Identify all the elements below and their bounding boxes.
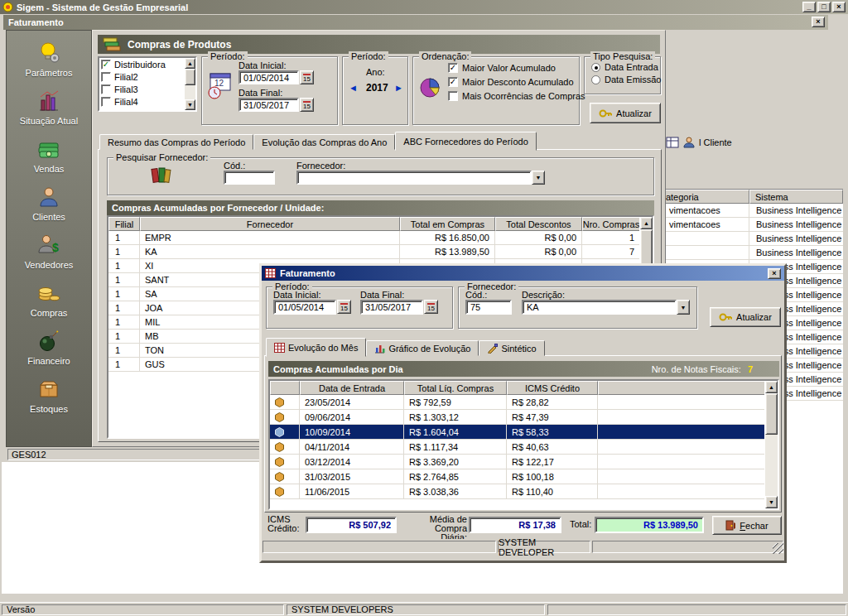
descricao-combo[interactable]: ▼ — [522, 300, 690, 315]
calendar-picker-button[interactable]: 15 — [337, 300, 351, 314]
scroll-down-icon[interactable]: ▼ — [185, 99, 195, 110]
maximize-icon[interactable]: □ — [817, 2, 831, 12]
scroll-down-icon[interactable]: ▼ — [765, 496, 778, 508]
scroll-up-icon[interactable]: ▲ — [640, 217, 653, 229]
checkbox-unchecked-icon[interactable] — [101, 84, 111, 94]
column-header-total-descontos[interactable]: Total Descontos — [495, 217, 582, 231]
table-row[interactable]: 10/09/2014R$ 1.604,04R$ 58,33 — [270, 425, 778, 440]
sidebar-item-financeiro[interactable]: Financeiro — [7, 329, 91, 366]
notas-value: 7 — [748, 364, 753, 374]
descricao-combo-input[interactable] — [522, 300, 677, 315]
column-header-nro-compras[interactable]: Nro. Compras — [582, 217, 640, 231]
minimize-icon[interactable]: _ — [802, 2, 816, 12]
periodo-ano-group: Período: Ano: ◄ 2017 ► — [342, 56, 408, 125]
fechar-button[interactable]: Fechar — [712, 516, 782, 535]
tab-evolucao-do-mes[interactable]: Evolução do Mês — [266, 338, 366, 357]
branch-option-filial3[interactable]: Filial3 — [99, 83, 195, 95]
table-row[interactable]: 09/06/2014R$ 1.303,12R$ 47,39 — [270, 410, 778, 425]
books-icon[interactable] — [151, 164, 172, 184]
tab-abc-fornecedores-do-periodo[interactable]: ABC Fornecedores do Período — [395, 132, 536, 151]
ordenacao-option-maior-valor-acumulado[interactable]: ✓Maior Valor Acumulado — [448, 63, 556, 73]
atualizar-button[interactable]: Atualizar — [710, 307, 781, 327]
column-header-icms-credito[interactable]: ICMS Crédito — [507, 381, 598, 395]
atualizar-button[interactable]: Atualizar — [590, 103, 661, 123]
tab-evolucao-das-compras-do-ano[interactable]: Evolução das Compras do Ano — [253, 134, 395, 150]
data-inicial-field[interactable] — [273, 300, 336, 315]
cod-field[interactable] — [224, 171, 275, 185]
checkbox-checked-icon[interactable]: ✓ — [448, 77, 458, 87]
table-row[interactable]: 23/05/2014R$ 792,59R$ 28,82 — [270, 395, 778, 410]
sidebar-item-estoques[interactable]: Estoques — [7, 377, 91, 414]
radio-selected-icon[interactable] — [591, 63, 600, 72]
resize-grip[interactable] — [773, 543, 783, 554]
sidebar-item-vendedores[interactable]: $Vendedores — [7, 233, 91, 270]
fornecedor-combo[interactable]: ▼ — [296, 171, 545, 185]
cell-bullet — [270, 469, 300, 484]
sidebar-item-situacao-atual[interactable]: Situação Atual — [7, 89, 91, 126]
fornecedor-combo-input[interactable] — [296, 171, 532, 185]
tipo-option-data-entrada[interactable]: Data Entrada — [591, 62, 658, 72]
previous-year-arrow-icon[interactable]: ◄ — [349, 83, 358, 93]
scroll-thumb[interactable] — [185, 69, 195, 85]
table-row[interactable]: 1KAR$ 13.989,50R$ 0,007 — [108, 245, 653, 259]
calendar-picker-button[interactable]: 15 — [300, 70, 314, 84]
checkbox-checked-icon[interactable]: ✓ — [448, 63, 458, 73]
data-inicial-field[interactable] — [238, 70, 299, 84]
branch-option-distribuidora[interactable]: ✓Distribuidora — [99, 58, 195, 70]
media-diaria-field[interactable] — [469, 517, 561, 533]
tab-resumo-das-compras-do-periodo[interactable]: Resumo das Compras do Período — [99, 134, 253, 150]
table-row[interactable]: 04/11/2014R$ 1.117,34R$ 40,63 — [270, 440, 778, 455]
scroll-up-icon[interactable]: ▲ — [765, 381, 778, 393]
column-header-total-em-compras[interactable]: Total em Compras — [400, 217, 495, 231]
data-final-field[interactable] — [238, 98, 299, 112]
calendar-picker-button[interactable]: 15 — [424, 300, 438, 314]
cod-field[interactable] — [465, 300, 512, 315]
main-window-title: Sigem - Sistema de Gestão Empresarial — [17, 2, 188, 12]
branch-option-filial4[interactable]: Filial4 — [99, 95, 195, 108]
column-header-data-de-entrada[interactable]: Data de Entrada — [300, 381, 404, 395]
cell: R$ 100,18 — [507, 469, 598, 484]
radio-icon[interactable] — [591, 75, 600, 84]
branch-option-filial2[interactable]: Filial2 — [99, 70, 195, 83]
icms-credito-field[interactable] — [306, 517, 397, 533]
tipo-option-data-emissao[interactable]: Data Emissão — [591, 75, 661, 84]
dia-grid-scrollbar[interactable]: ▲ ▼ — [764, 381, 778, 508]
checkbox-checked-icon[interactable]: ✓ — [101, 60, 111, 70]
close-icon[interactable]: × — [832, 2, 846, 12]
scroll-up-icon[interactable]: ▲ — [185, 58, 195, 69]
cell: 09/06/2014 — [300, 410, 404, 424]
close-icon[interactable]: × — [812, 17, 825, 27]
tab-grafico-de-evolucao[interactable]: Gráfico de Evolução — [366, 340, 479, 356]
total-field[interactable] — [595, 517, 704, 533]
checkbox-unchecked-icon[interactable] — [101, 72, 111, 82]
table-row[interactable]: 31/03/2015R$ 2.764,85R$ 100,18 — [270, 469, 778, 484]
scroll-thumb[interactable] — [765, 393, 778, 435]
table-row[interactable]: 03/12/2014R$ 3.369,20R$ 122,17 — [270, 455, 778, 469]
chevron-down-icon[interactable]: ▼ — [677, 300, 690, 315]
data-final-field[interactable] — [360, 300, 423, 315]
ordenacao-option-mais-ocorrencias-de-compras[interactable]: Mais Ocorrências de Compras — [448, 91, 585, 101]
checkbox-unchecked-icon[interactable] — [101, 97, 111, 107]
column-header-fornecedor[interactable]: Fornecedor — [140, 217, 400, 231]
table-row[interactable]: 11/06/2015R$ 3.038,36R$ 110,40 — [270, 484, 778, 499]
sidebar-item-parametros[interactable]: Parâmetros — [7, 41, 91, 78]
cell — [598, 395, 778, 409]
next-year-arrow-icon[interactable]: ► — [394, 83, 403, 93]
column-header-total-liq-compras[interactable]: Total Líq. Compras — [404, 381, 507, 395]
sidebar-item-compras[interactable]: Compras — [7, 281, 91, 318]
sidebar-item-vendas[interactable]: Vendas — [7, 137, 91, 174]
column-header-filler — [598, 381, 778, 395]
checkbox-unchecked-icon[interactable] — [448, 91, 458, 101]
close-icon[interactable]: × — [768, 268, 781, 279]
sidebar-item-clientes[interactable]: Clientes — [7, 185, 91, 222]
tab-sintetico[interactable]: Sintético — [479, 340, 544, 356]
branch-scrollbar[interactable]: ▲ ▼ — [184, 58, 195, 110]
ordenacao-option-maior-desconto-acumulado[interactable]: ✓Maior Desconto Acumulado — [448, 77, 574, 87]
statusbar-developers: SYSTEM DEVELOPERS — [287, 604, 545, 615]
dia-grid-header: Data de EntradaTotal Líq. ComprasICMS Cr… — [270, 381, 778, 395]
chevron-down-icon[interactable]: ▼ — [532, 171, 545, 185]
column-header-filial[interactable]: Filial — [108, 217, 140, 231]
cell: 03/12/2014 — [300, 455, 404, 469]
table-row[interactable]: 1EMPRR$ 16.850,00R$ 0,001 — [108, 231, 653, 245]
calendar-picker-button[interactable]: 15 — [300, 98, 314, 112]
